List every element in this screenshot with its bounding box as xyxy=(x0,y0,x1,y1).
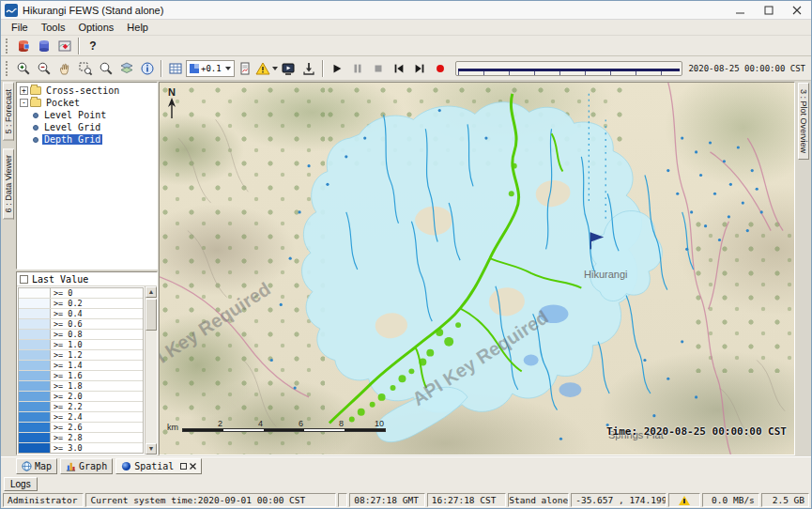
maximize-button[interactable] xyxy=(755,1,783,19)
legend-row: >= 1.0 xyxy=(19,340,143,350)
legend-swatch xyxy=(19,412,51,422)
status-user: Administrator xyxy=(3,493,84,507)
thresholds-button[interactable] xyxy=(255,61,278,76)
legend-swatch xyxy=(19,330,51,339)
zoom-out-button[interactable] xyxy=(34,59,54,78)
legend-row: >= 2.2 xyxy=(19,402,143,412)
legend-swatch xyxy=(19,371,51,380)
app-window: Hikurangi FEWS (Stand alone) File Tools … xyxy=(0,0,812,509)
sidebar-tab-forecast[interactable]: 5 : Forecast xyxy=(3,83,14,141)
window-title: Hikurangi FEWS (Stand alone) xyxy=(23,5,727,16)
menu-item-help[interactable]: Help xyxy=(120,21,155,34)
scroll-up-icon[interactable]: ▲ xyxy=(146,286,157,298)
pause-button[interactable] xyxy=(347,59,368,78)
menu-item-tools[interactable]: Tools xyxy=(35,21,72,34)
tree-item-level-point[interactable]: Level Point xyxy=(42,110,108,120)
zoom-box-button[interactable] xyxy=(75,59,96,78)
map-canvas[interactable]: N API Key Required API Key Required Hiku… xyxy=(159,82,795,455)
status-bar: Administrator Current system time:2020-0… xyxy=(1,492,811,508)
logs-row: Logs xyxy=(1,475,811,492)
minimize-button[interactable] xyxy=(727,1,755,19)
toolbar-grip[interactable] xyxy=(6,39,9,54)
tree-item-level-grid[interactable]: Level Grid xyxy=(42,122,102,132)
step-forward-button[interactable] xyxy=(409,59,430,78)
menu-item-options[interactable]: Options xyxy=(71,21,120,34)
tree-row[interactable]: + Cross-section xyxy=(20,85,157,97)
toolbar-separator xyxy=(322,60,324,77)
right-tab-strip: 3 : Plot Overview xyxy=(795,81,811,456)
database-blue-button[interactable] xyxy=(34,37,54,55)
folder-icon xyxy=(30,99,41,107)
legend-swatch xyxy=(19,319,51,329)
export-timestep-button[interactable] xyxy=(299,59,319,78)
info-button[interactable] xyxy=(137,59,158,78)
legend-row: >= 1.8 xyxy=(19,381,143,392)
legend-row: >= 0.2 xyxy=(19,299,143,309)
status-coordinates: -35.657 , 174.199 xyxy=(571,493,666,507)
layer-icon xyxy=(33,137,38,143)
collapse-icon[interactable]: - xyxy=(20,99,28,107)
pan-button[interactable] xyxy=(54,59,75,78)
sidebar-tab-data-viewer[interactable]: 6 : Data Viewer xyxy=(3,148,14,219)
map-toolbar: +0.1 xyxy=(1,56,811,81)
menu-item-file[interactable]: File xyxy=(5,21,35,34)
timeline-slider[interactable] xyxy=(455,61,683,76)
legend-row: >= 0 xyxy=(19,288,143,299)
close-view-icon[interactable] xyxy=(190,463,196,470)
tree-row[interactable]: Level Point xyxy=(20,109,157,121)
stop-button[interactable] xyxy=(368,59,389,78)
legend-row: >= 0.6 xyxy=(19,319,143,330)
zoom-in-button[interactable] xyxy=(13,59,34,78)
tree-item-cross-section[interactable]: Cross-section xyxy=(44,85,121,96)
legend-row: >= 2.0 xyxy=(19,392,143,402)
grid-opacity-select[interactable]: +0.1 xyxy=(186,60,235,77)
toolbar-grip[interactable] xyxy=(6,61,9,76)
scroll-down-icon[interactable]: ▼ xyxy=(146,443,157,455)
legend-panel: Last Value >= 0 >= 0.2 >= 0.4 >= 0.6 >= … xyxy=(16,271,158,455)
legend-swatch xyxy=(19,433,51,442)
record-button[interactable] xyxy=(430,59,451,78)
expand-icon[interactable]: + xyxy=(20,86,28,95)
close-button[interactable] xyxy=(783,1,811,19)
tree-item-depth-grid[interactable]: Depth Grid xyxy=(42,134,102,145)
status-local-time: 16:27:18 CST xyxy=(427,493,506,507)
tree-row[interactable]: Level Grid xyxy=(20,121,157,133)
sidebar-tab-plot-overview[interactable]: 3 : Plot Overview xyxy=(798,83,809,160)
globe-icon xyxy=(22,461,32,471)
legend-row: >= 0.4 xyxy=(19,309,143,319)
legend-scrollbar[interactable]: ▲ ▼ xyxy=(145,286,157,455)
status-warning[interactable] xyxy=(668,493,700,507)
main-toolbar: ? xyxy=(1,36,811,56)
legend-row: >= 3.0 xyxy=(19,443,143,453)
layers-button[interactable] xyxy=(116,59,137,78)
zoom-previous-button[interactable] xyxy=(96,59,116,78)
grid-display-button[interactable] xyxy=(165,59,186,78)
tab-map[interactable]: Map xyxy=(16,458,57,474)
tab-spatial[interactable]: Spatial xyxy=(115,458,202,474)
map-display-button[interactable] xyxy=(54,37,75,55)
step-back-button[interactable] xyxy=(389,59,409,78)
tree-item-pocket[interactable]: Pocket xyxy=(44,98,82,108)
legend-header: Last Value xyxy=(17,272,157,286)
legend-swatch xyxy=(19,361,51,370)
help-button[interactable]: ? xyxy=(83,37,103,55)
timeline-datetime: 2020-08-25 00:00:00 CST xyxy=(687,64,808,73)
tab-graph[interactable]: Graph xyxy=(60,458,113,474)
app-logo-icon xyxy=(5,4,18,17)
database-red-button[interactable] xyxy=(13,37,34,55)
scrollbar-thumb[interactable] xyxy=(146,299,157,331)
tree-row[interactable]: - Pocket xyxy=(20,97,157,109)
restore-view-icon[interactable] xyxy=(180,463,187,470)
animation-button[interactable] xyxy=(278,59,299,78)
tree-row[interactable]: Depth Grid xyxy=(20,133,157,146)
map-layers xyxy=(160,83,794,455)
legend-row: >= 0.8 xyxy=(19,330,143,340)
longitudinal-profile-button[interactable] xyxy=(235,59,255,78)
legend-swatch xyxy=(19,288,51,298)
last-value-checkbox[interactable] xyxy=(20,275,28,284)
logs-button[interactable]: Logs xyxy=(4,477,38,491)
status-memory[interactable]: 2.5 GB xyxy=(761,493,809,507)
play-button[interactable] xyxy=(327,59,347,78)
status-network: 0.0 MB/s xyxy=(702,493,759,507)
legend-swatch xyxy=(19,402,51,411)
